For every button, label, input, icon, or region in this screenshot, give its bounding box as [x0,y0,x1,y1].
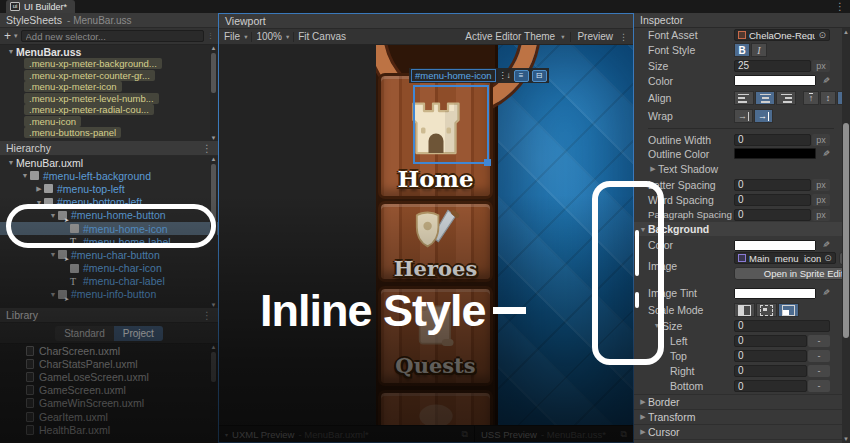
add-selector-input[interactable] [21,30,204,42]
uss-selector-row[interactable]: .menu-xp-meter-counter-gr... [0,70,218,82]
outline-color-swatch[interactable] [734,148,816,159]
scroll-down-icon[interactable]: ▼ [842,436,850,442]
foldout-closed-icon[interactable]: ▶ [638,398,648,406]
eyedropper-icon[interactable]: ✎ [819,288,830,298]
fit-canvas-button[interactable]: Fit Canvas [298,31,346,42]
uss-selector-row[interactable]: .menu-buttons-panel [0,127,218,139]
quests-button-tile[interactable]: Quests [378,286,493,386]
background-color-swatch[interactable] [734,240,816,251]
scale-mode-fit-button[interactable] [756,303,777,317]
text-shadow-foldout[interactable]: ▶ Text Shadow [648,161,842,177]
uxml-preview-bar[interactable]: ▾ UXML Preview - MenuBar.uxml* ⧉ [219,426,475,442]
selected-element-header[interactable]: #menu-home-icon ⋮↓ ≡ ⊟ [409,68,549,83]
font-asset-field[interactable]: ChelaOne-Regular SDF T (F ⊙ [734,29,830,41]
object-picker-icon[interactable]: ⊙ [818,30,826,40]
canvas-area[interactable]: Home Heroes [219,45,633,425]
library-file-row[interactable]: GameScreen.uxml [0,384,218,397]
viewport-kebab-icon[interactable]: ⋮ [619,32,628,42]
foldout-open-icon[interactable]: ▼ [6,48,16,55]
resize-handle[interactable] [484,159,491,166]
uss-selector-row[interactable]: .menu-xp-meter-level-numb... [0,93,218,105]
unit-dropdown[interactable]: - [808,380,830,392]
tree-item-menubar-uxml[interactable]: ▼ MenuBar.uxml [0,156,218,169]
top-input[interactable] [734,350,807,362]
scroll-down-icon[interactable]: ▼ [210,302,217,308]
px-unit[interactable]: px [812,134,830,146]
window-kebab-icon[interactable]: ⋮ [835,0,845,13]
zoom-select[interactable]: 100% [256,31,282,42]
scrollbar-thumb[interactable] [211,352,216,382]
library-file-row[interactable]: CharScreen.uxml [0,344,218,357]
foldout-open-icon[interactable]: ▼ [20,172,30,179]
scroll-up-icon[interactable]: ▲ [210,45,217,51]
stylesheets-kebab-icon[interactable]: ⋮ [207,32,214,40]
library-kebab-icon[interactable]: ⋮ [202,310,212,321]
px-unit[interactable]: px [812,179,830,191]
foldout-closed-icon[interactable]: ▶ [34,185,44,193]
transition-animations-foldout[interactable]: ▶ Transition Animations [634,439,842,443]
uss-selector-row[interactable]: .menu-xp-meter-background... [0,58,218,70]
preview-toggle[interactable]: Preview [577,31,613,42]
shop-button-tile[interactable] [378,390,493,425]
uss-selector-pill[interactable]: .menu-icon [24,116,81,127]
selected-element-name[interactable]: #menu-home-icon [411,69,496,82]
tree-item-menu-home-label[interactable]: T #menu-home-label [0,235,218,248]
hierarchy-kebab-icon[interactable]: ⋮ [202,143,212,154]
tree-item-menu-home-icon[interactable]: #menu-home-icon [0,222,218,235]
word-spacing-input[interactable] [734,194,811,206]
italic-button[interactable]: I [751,43,767,57]
library-scrollbar[interactable]: ▲ [210,344,217,441]
file-menu[interactable]: File [224,31,240,42]
uss-selector-pill[interactable]: .menu-xp-meter-icon [24,81,122,92]
library-file-row[interactable]: CharStatsPanel.uxml [0,357,218,370]
tree-item-menu-bottom-left[interactable]: ▼ #menu-bottom-left [0,196,218,209]
object-picker-icon[interactable]: ⊙ [824,253,832,263]
cursor-foldout[interactable]: ▶ Cursor [634,424,842,439]
library-file-row[interactable]: GameWinScreen.uxml [0,397,218,410]
bottom-input[interactable] [734,380,807,392]
color-swatch[interactable] [734,75,816,86]
uss-selector-pill[interactable]: .menu-xp-meter-background... [24,58,162,69]
px-unit[interactable]: px [812,209,830,221]
tab-standard[interactable]: Standard [55,326,114,341]
uss-selector-pill[interactable]: .menu-buttons-panel [24,127,121,138]
stylesheets-scrollbar[interactable]: ▲ ▼ [210,45,217,141]
move-handle-icon[interactable]: ⋮↓ [499,71,511,80]
align-top-button[interactable]: ↑ [803,91,819,105]
zoom-dropdown-icon[interactable]: ▾ [286,33,289,41]
foldout-open-icon[interactable]: ▼ [652,322,662,329]
dock-inspector-icon[interactable]: ≡ [514,70,529,82]
uss-open-external-icon[interactable]: ⧉ [621,429,627,440]
px-unit[interactable]: px [812,60,830,72]
eyedropper-icon[interactable]: ✎ [819,240,830,250]
scrollbar-thumb[interactable] [211,164,216,234]
tree-item-menu-home-button[interactable]: ▼ #menu-home-button [0,209,218,222]
paragraph-spacing-input[interactable] [734,209,811,221]
wrap-on-button[interactable]: → [754,109,773,123]
unit-dropdown[interactable]: - [808,350,830,362]
image-object-field[interactable]: Main_menu_icon ⊙ [734,252,836,264]
foldout-closed-icon[interactable]: ▶ [648,165,658,173]
library-file-row[interactable]: GameLoseScreen.uxml [0,370,218,383]
left-input[interactable] [734,335,807,347]
align-center-button[interactable] [755,91,775,105]
tree-item-menu-char-label[interactable]: T #menu-char-label [0,275,218,288]
tree-item-menu-info-button[interactable]: ▼ #menu-info-button [0,288,218,301]
outline-width-input[interactable] [734,134,811,146]
selection-outline[interactable] [413,85,489,164]
library-file-row[interactable]: HealthBar.uxml [0,423,218,436]
file-menu-dropdown-icon[interactable]: ▾ [244,33,247,41]
editor-theme-select[interactable]: Active Editor Theme [465,31,555,42]
unit-dropdown[interactable]: - [808,335,830,347]
uxml-preview-dropdown-icon[interactable]: ▾ [225,431,228,438]
bg-size-foldout-row[interactable]: ▼ Size [648,318,842,333]
foldout-closed-icon[interactable]: ▶ [638,413,648,421]
scrollbar-thumb[interactable] [211,53,216,93]
unit-dropdown[interactable]: - [808,365,830,377]
hierarchy-scrollbar[interactable]: ▲ ▼ [210,156,217,308]
inspector-scrollbar[interactable]: ▲ ▼ [842,28,850,443]
scroll-up-icon[interactable]: ▲ [842,29,850,35]
px-unit[interactable]: px [812,194,830,206]
foldout-open-icon[interactable]: ▼ [48,291,58,298]
bg-size-input[interactable] [734,320,830,332]
